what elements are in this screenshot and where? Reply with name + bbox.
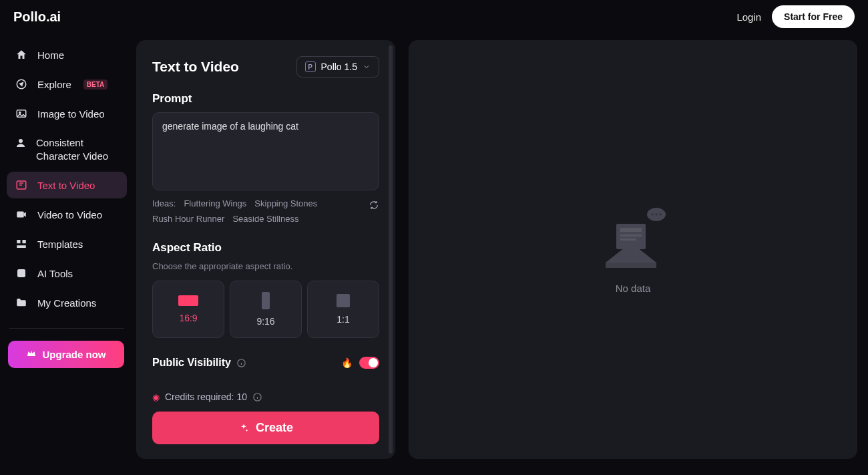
start-for-free-button[interactable]: Start for Free xyxy=(772,5,855,28)
page-title: Text to Video xyxy=(152,59,239,75)
sidebar-item-label: Video to Video xyxy=(37,209,102,220)
svg-rect-17 xyxy=(620,228,642,232)
flame-icon: 🔥 xyxy=(341,357,353,368)
svg-point-13 xyxy=(651,213,654,216)
aspect-ratio-1-1[interactable]: 1:1 xyxy=(307,281,379,338)
ratio-label: 16:9 xyxy=(179,313,197,323)
chevron-down-icon xyxy=(363,63,371,71)
svg-point-2 xyxy=(19,112,21,113)
svg-rect-7 xyxy=(23,240,26,243)
logo[interactable]: Pollo.ai xyxy=(13,9,61,25)
preview-panel: No data xyxy=(409,40,857,459)
ratio-shape-icon xyxy=(262,292,270,309)
svg-rect-6 xyxy=(17,240,20,243)
sidebar-item-explore[interactable]: Explore BETA xyxy=(7,71,127,98)
sparkle-icon xyxy=(238,423,249,434)
ratio-label: 9:16 xyxy=(256,316,274,327)
aspect-ratio-9-16[interactable]: 9:16 xyxy=(230,281,302,338)
create-label: Create xyxy=(256,421,293,435)
public-visibility-toggle[interactable] xyxy=(359,357,379,369)
svg-point-14 xyxy=(655,213,658,216)
ratio-shape-icon xyxy=(337,294,350,307)
templates-icon xyxy=(15,237,28,251)
home-icon xyxy=(15,48,28,61)
sidebar-item-label: Templates xyxy=(37,239,83,250)
sidebar: Home Explore BETA Image to Video Consist… xyxy=(0,33,134,475)
info-icon[interactable] xyxy=(252,392,262,402)
divider xyxy=(9,328,124,329)
sidebar-item-text-to-video[interactable]: Text to Video xyxy=(7,172,127,198)
upgrade-label: Upgrade now xyxy=(42,349,105,360)
sidebar-item-label: Home xyxy=(37,49,64,61)
idea-tag[interactable]: Rush Hour Runner xyxy=(152,214,224,224)
aspect-ratio-label: Aspect Ratio xyxy=(152,241,379,255)
compass-icon xyxy=(15,77,28,91)
aspect-ratio-16-9[interactable]: 16:9 xyxy=(152,281,224,338)
info-icon[interactable] xyxy=(236,358,246,368)
sidebar-item-templates[interactable]: Templates xyxy=(7,230,127,257)
aspect-ratio-hint: Choose the appropriate aspect ratio. xyxy=(152,261,379,271)
video-icon xyxy=(15,208,28,221)
sidebar-item-label: Consistent Character Video xyxy=(36,136,119,162)
sidebar-item-label: My Creations xyxy=(37,297,96,309)
prompt-input[interactable] xyxy=(153,113,379,188)
svg-rect-19 xyxy=(620,239,636,241)
svg-point-3 xyxy=(19,139,23,143)
sidebar-item-label: Explore xyxy=(37,79,71,90)
upgrade-button[interactable]: Upgrade now xyxy=(8,341,124,368)
model-name: Pollo 1.5 xyxy=(321,61,357,72)
sidebar-item-video-to-video[interactable]: Video to Video xyxy=(7,201,127,228)
prompt-label: Prompt xyxy=(152,92,379,106)
svg-rect-5 xyxy=(17,212,24,218)
sidebar-item-label: Text to Video xyxy=(37,180,95,191)
folder-icon xyxy=(15,296,28,309)
svg-rect-9 xyxy=(17,269,25,277)
character-icon xyxy=(15,136,27,150)
svg-point-15 xyxy=(659,213,662,216)
ideas-label: Ideas: xyxy=(152,198,176,208)
sidebar-item-home[interactable]: Home xyxy=(7,41,127,68)
credits-icon: ◉ xyxy=(152,392,160,402)
svg-rect-8 xyxy=(17,245,26,248)
sidebar-item-image-to-video[interactable]: Image to Video xyxy=(7,100,127,127)
credits-label: Credits required: 10 xyxy=(165,391,247,402)
idea-tag[interactable]: Seaside Stillness xyxy=(232,214,298,224)
refresh-icon[interactable] xyxy=(369,200,379,210)
ratio-shape-icon xyxy=(178,295,198,306)
no-data-label: No data xyxy=(616,283,651,294)
image-icon xyxy=(15,107,28,120)
tools-icon xyxy=(15,267,28,280)
create-button[interactable]: Create xyxy=(152,412,379,444)
sidebar-item-label: AI Tools xyxy=(37,268,73,279)
model-logo-icon: P xyxy=(305,61,316,72)
login-link[interactable]: Login xyxy=(736,11,761,23)
form-panel: Text to Video P Pollo 1.5 Prompt Generat… xyxy=(136,40,395,459)
sidebar-item-label: Image to Video xyxy=(37,108,105,120)
logo-name: Pollo xyxy=(13,9,46,25)
svg-rect-18 xyxy=(620,234,642,236)
crown-icon xyxy=(26,348,37,361)
idea-tag[interactable]: Skipping Stones xyxy=(254,198,317,208)
logo-suffix: .ai xyxy=(46,9,61,25)
sidebar-item-my-creations[interactable]: My Creations xyxy=(7,289,127,316)
sidebar-item-consistent-character[interactable]: Consistent Character Video xyxy=(7,130,127,169)
no-data-illustration xyxy=(596,205,670,272)
beta-badge: BETA xyxy=(83,80,107,90)
idea-tag[interactable]: Fluttering Wings xyxy=(184,198,246,208)
text-icon xyxy=(15,178,28,192)
sidebar-item-ai-tools[interactable]: AI Tools xyxy=(7,260,127,287)
model-select[interactable]: P Pollo 1.5 xyxy=(296,56,379,77)
public-visibility-label: Public Visibility xyxy=(152,357,231,369)
ratio-label: 1:1 xyxy=(337,314,349,325)
